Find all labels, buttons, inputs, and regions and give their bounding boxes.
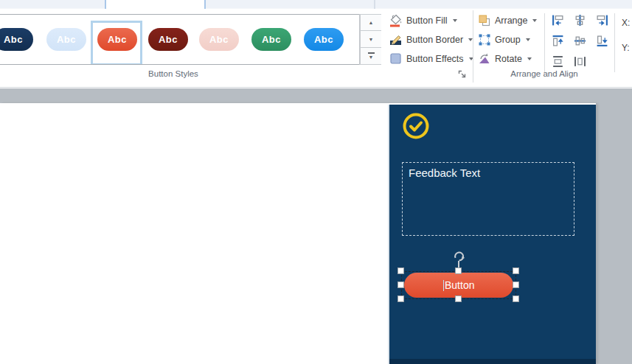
- chevron-down-icon: [532, 19, 537, 22]
- x-position-label: X:: [622, 18, 630, 28]
- group-button[interactable]: Group: [478, 31, 530, 48]
- paint-bucket-icon: [389, 14, 403, 27]
- button-styles-group-label: Button Styles: [0, 69, 347, 78]
- align-center-icon: [574, 14, 586, 27]
- button-style-gallery: Abc Abc Abc Abc Abc Abc Abc: [0, 14, 381, 65]
- button-border-button[interactable]: Button Border: [389, 31, 473, 48]
- arrange-icon: [478, 14, 491, 27]
- tab-divider: [374, 0, 375, 9]
- rotate-icon: [478, 52, 491, 66]
- group-icon: [478, 33, 491, 46]
- feedback-text-label: Feedback Text: [409, 167, 480, 179]
- style-swatch[interactable]: Abc: [251, 28, 291, 51]
- chevron-down-icon: [453, 19, 457, 22]
- style-swatch[interactable]: Abc: [46, 28, 86, 51]
- distribute-horizontally-icon: [574, 55, 586, 68]
- align-bottom-button[interactable]: [593, 32, 611, 49]
- feedback-text-box[interactable]: Feedback Text: [402, 162, 574, 236]
- resize-handle-e[interactable]: [513, 281, 519, 288]
- button-effects-button[interactable]: Button Effects: [389, 50, 473, 67]
- align-center-button[interactable]: [571, 11, 588, 29]
- y-position-label: Y:: [622, 43, 630, 53]
- chevron-down-icon: [526, 38, 530, 41]
- align-left-button[interactable]: [549, 11, 566, 29]
- scroll-down-icon[interactable]: ▼: [360, 31, 381, 48]
- align-right-icon: [596, 14, 608, 27]
- check-circle-icon[interactable]: [402, 112, 430, 140]
- rotate-button[interactable]: Rotate: [478, 50, 532, 67]
- group-separator: [473, 10, 473, 83]
- pencil-icon: [389, 33, 403, 46]
- resize-handle-se[interactable]: [513, 295, 519, 302]
- resize-handle-w[interactable]: [397, 281, 404, 288]
- panel-bottom-bar: [389, 359, 596, 364]
- align-right-button[interactable]: [593, 11, 611, 29]
- ribbon: Abc Abc Abc Abc Abc Abc Abc ▲ ▼ ▼ Button…: [0, 9, 632, 88]
- workspace: Feedback Text Button: [0, 88, 632, 364]
- distribute-vertically-button[interactable]: [549, 52, 566, 70]
- resize-handle-nw[interactable]: [397, 267, 404, 274]
- style-swatch[interactable]: Abc: [304, 28, 344, 51]
- selected-swatch-frame: [91, 21, 142, 65]
- button-fill-button[interactable]: Button Fill: [389, 12, 457, 29]
- align-middle-button[interactable]: [571, 32, 588, 49]
- chevron-down-icon: [527, 57, 532, 60]
- style-swatch[interactable]: Abc: [199, 28, 239, 51]
- text-cursor: [443, 280, 445, 291]
- align-top-button[interactable]: [549, 32, 566, 49]
- subgroup-separator: [544, 13, 545, 72]
- group-separator: [614, 13, 615, 72]
- align-middle-icon: [574, 35, 586, 47]
- canvas-button-label: Button: [445, 279, 474, 291]
- feedback-panel[interactable]: Feedback Text Button: [388, 105, 596, 364]
- arrange-align-group-label: Arrange and Align: [476, 69, 612, 78]
- gallery-more-icon[interactable]: ▼: [360, 48, 381, 65]
- tab-divider: [204, 0, 206, 9]
- canvas-button[interactable]: Button: [404, 273, 513, 298]
- resize-handle-ne[interactable]: [513, 267, 519, 274]
- align-left-icon: [552, 14, 564, 27]
- resize-handle-s[interactable]: [455, 295, 462, 302]
- distribute-horizontally-button[interactable]: [571, 52, 588, 70]
- effects-square-icon: [389, 52, 403, 66]
- ribbon-tab-strip[interactable]: [0, 0, 632, 9]
- style-swatch[interactable]: Abc: [148, 28, 188, 51]
- resize-handle-n[interactable]: [455, 267, 462, 274]
- align-top-icon: [552, 35, 564, 47]
- scroll-up-icon[interactable]: ▲: [360, 14, 381, 31]
- application-window: Abc Abc Abc Abc Abc Abc Abc ▲ ▼ ▼ Button…: [0, 0, 632, 364]
- arrange-button[interactable]: Arrange: [478, 12, 537, 29]
- button-fill-label: Button Fill: [406, 15, 448, 26]
- arrange-label: Arrange: [495, 15, 527, 26]
- group-label: Group: [495, 35, 521, 45]
- gallery-scrollbar: ▲ ▼ ▼: [359, 14, 381, 65]
- align-bottom-icon: [596, 35, 608, 47]
- resize-handle-sw[interactable]: [397, 295, 404, 302]
- tab-divider: [105, 0, 106, 9]
- dialog-launcher-icon[interactable]: [457, 69, 467, 79]
- distribute-vertically-icon: [552, 55, 564, 68]
- style-swatch[interactable]: Abc: [0, 28, 33, 51]
- button-effects-label: Button Effects: [406, 54, 464, 64]
- rotate-label: Rotate: [495, 54, 522, 64]
- active-tab[interactable]: [106, 0, 204, 9]
- button-border-label: Button Border: [406, 35, 463, 45]
